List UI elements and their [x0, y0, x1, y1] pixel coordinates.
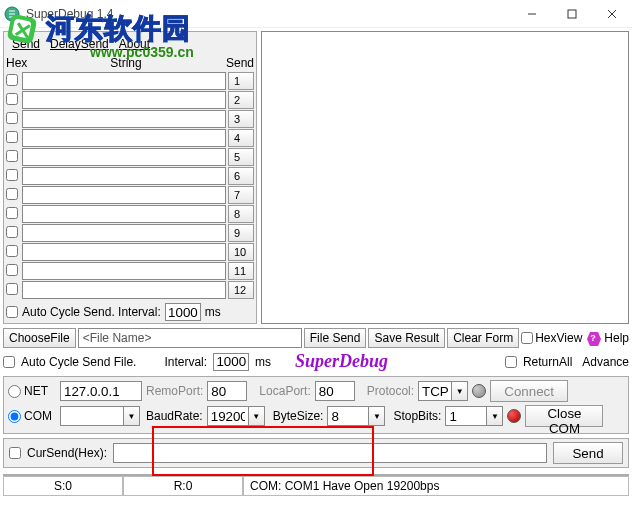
- string-input[interactable]: [22, 243, 226, 261]
- hexview-label: HexView: [535, 331, 582, 345]
- string-input[interactable]: [22, 281, 226, 299]
- send-row: 5: [6, 148, 254, 166]
- choose-file-button[interactable]: ChooseFile: [3, 328, 76, 348]
- menu-delaysend[interactable]: DelaySend: [50, 37, 109, 51]
- hex-checkbox[interactable]: [6, 150, 18, 162]
- chevron-down-icon[interactable]: ▼: [249, 406, 265, 426]
- hex-checkbox[interactable]: [6, 226, 18, 238]
- connect-button[interactable]: Connect: [490, 380, 568, 402]
- baudrate-combo[interactable]: ▼: [207, 406, 265, 426]
- svg-text:?: ?: [591, 333, 597, 343]
- auto-cycle-file-checkbox[interactable]: [3, 356, 15, 368]
- send-button[interactable]: Send: [553, 442, 623, 464]
- com-radio[interactable]: COM: [8, 409, 56, 423]
- string-input[interactable]: [22, 205, 226, 223]
- string-input[interactable]: [22, 91, 226, 109]
- chevron-down-icon[interactable]: ▼: [487, 406, 503, 426]
- send-row: 8: [6, 205, 254, 223]
- com-port-combo[interactable]: ▼: [60, 406, 140, 426]
- close-button[interactable]: [592, 0, 632, 28]
- stopbits-combo[interactable]: ▼: [445, 406, 503, 426]
- hex-checkbox[interactable]: [6, 245, 18, 257]
- bytesize-combo[interactable]: ▼: [327, 406, 385, 426]
- send-row-button[interactable]: 1: [228, 72, 254, 90]
- send-row-button[interactable]: 8: [228, 205, 254, 223]
- chevron-down-icon[interactable]: ▼: [452, 381, 468, 401]
- send-row-button[interactable]: 12: [228, 281, 254, 299]
- maximize-button[interactable]: [552, 0, 592, 28]
- string-input[interactable]: [22, 129, 226, 147]
- hex-checkbox[interactable]: [6, 131, 18, 143]
- file-interval-input[interactable]: [213, 353, 249, 371]
- auto-cycle-checkbox[interactable]: [6, 306, 18, 318]
- stopbits-label: StopBits:: [393, 409, 441, 423]
- ms-label: ms: [205, 305, 221, 319]
- send-row-button[interactable]: 11: [228, 262, 254, 280]
- send-row: 6: [6, 167, 254, 185]
- send-row: 10: [6, 243, 254, 261]
- send-row-button[interactable]: 7: [228, 186, 254, 204]
- hex-checkbox[interactable]: [6, 283, 18, 295]
- remoport-input[interactable]: [207, 381, 247, 401]
- send-row-button[interactable]: 6: [228, 167, 254, 185]
- net-radio[interactable]: NET: [8, 384, 56, 398]
- close-com-button[interactable]: Close COM: [525, 405, 603, 427]
- returnall-checkbox[interactable]: [505, 356, 517, 368]
- hex-checkbox[interactable]: [6, 74, 18, 86]
- hex-checkbox[interactable]: [6, 264, 18, 276]
- net-status-led: [472, 384, 486, 398]
- hexview-checkbox[interactable]: [521, 332, 533, 344]
- send-row-button[interactable]: 3: [228, 110, 254, 128]
- advance-label[interactable]: Advance: [582, 355, 629, 369]
- send-row-button[interactable]: 10: [228, 243, 254, 261]
- window-title: SuperDebug 1.4: [26, 7, 113, 21]
- returnall-label: ReturnAll: [523, 355, 572, 369]
- chevron-down-icon[interactable]: ▼: [369, 406, 385, 426]
- baudrate-label: BaudRate:: [146, 409, 203, 423]
- string-input[interactable]: [22, 72, 226, 90]
- menu-send[interactable]: Send: [12, 37, 40, 51]
- interval-input[interactable]: [165, 303, 201, 321]
- filename-input[interactable]: [78, 328, 302, 348]
- com-status-led: [507, 409, 521, 423]
- save-result-button[interactable]: Save Result: [368, 328, 445, 348]
- hex-checkbox[interactable]: [6, 188, 18, 200]
- string-input[interactable]: [22, 167, 226, 185]
- file-ms-label: ms: [255, 355, 271, 369]
- protocol-combo[interactable]: ▼: [418, 381, 468, 401]
- chevron-down-icon[interactable]: ▼: [124, 406, 140, 426]
- file-send-button[interactable]: File Send: [304, 328, 367, 348]
- string-input[interactable]: [22, 148, 226, 166]
- hex-checkbox[interactable]: [6, 112, 18, 124]
- menu-about[interactable]: About: [119, 37, 150, 51]
- protocol-label: Protocol:: [367, 384, 414, 398]
- interval-label: Interval:: [164, 355, 207, 369]
- send-row-button[interactable]: 4: [228, 129, 254, 147]
- hex-checkbox[interactable]: [6, 93, 18, 105]
- help-icon[interactable]: ?: [584, 330, 602, 346]
- cursend-input[interactable]: [113, 443, 547, 463]
- send-row-button[interactable]: 9: [228, 224, 254, 242]
- clear-form-button[interactable]: Clear Form: [447, 328, 519, 348]
- string-input[interactable]: [22, 262, 226, 280]
- help-label[interactable]: Help: [604, 331, 629, 345]
- string-input[interactable]: [22, 110, 226, 128]
- net-address-input[interactable]: [60, 381, 142, 401]
- minimize-button[interactable]: [512, 0, 552, 28]
- hex-checkbox[interactable]: [6, 169, 18, 181]
- status-received: R:0: [123, 476, 243, 496]
- send-row-button[interactable]: 2: [228, 91, 254, 109]
- hex-checkbox[interactable]: [6, 207, 18, 219]
- col-send: Send: [226, 56, 254, 70]
- send-row: 4: [6, 129, 254, 147]
- send-panel: Send DelaySend About Hex String Send 123…: [3, 31, 257, 324]
- cursend-checkbox[interactable]: [9, 447, 21, 459]
- svg-rect-1: [568, 10, 576, 18]
- locaport-input[interactable]: [315, 381, 355, 401]
- string-input[interactable]: [22, 224, 226, 242]
- bytesize-label: ByteSize:: [273, 409, 324, 423]
- send-row-button[interactable]: 5: [228, 148, 254, 166]
- string-input[interactable]: [22, 186, 226, 204]
- app-icon: [4, 6, 20, 22]
- output-panel[interactable]: [261, 31, 629, 324]
